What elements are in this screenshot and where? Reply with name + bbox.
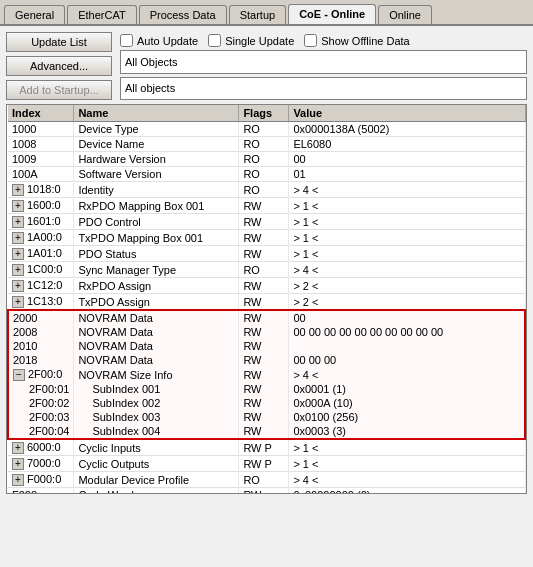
cell-index: 2018 [8,353,74,367]
tab-online[interactable]: Online [378,5,432,24]
cell-index: 2010 [8,339,74,353]
cell-index: +1C00:0 [8,262,74,278]
cell-name: RxPDO Assign [74,278,239,294]
add-to-startup-button[interactable]: Add to Startup... [6,80,112,100]
table-row[interactable]: 2F00:04SubIndex 004RW0x0003 (3) [8,424,525,439]
cell-index: +1A01:0 [8,246,74,262]
expand-icon[interactable]: + [12,184,24,196]
cell-value: 0x0003 (3) [289,424,525,439]
tab-coe-online[interactable]: CoE - Online [288,4,376,24]
auto-update-group: Auto Update [120,34,198,47]
cell-index: +1018:0 [8,182,74,198]
cell-name: Modular Device Profile [74,472,239,488]
table-row[interactable]: +1A01:0PDO StatusRW> 1 < [8,246,525,262]
table-row[interactable]: +1C00:0Sync Manager TypeRO> 4 < [8,262,525,278]
table-row[interactable]: 1000Device TypeRO0x0000138A (5002) [8,122,525,137]
cell-name: SubIndex 002 [74,396,239,410]
expand-icon[interactable]: + [12,264,24,276]
cell-index: 2008 [8,325,74,339]
table-row[interactable]: 2F00:03SubIndex 003RW0x0100 (256) [8,410,525,424]
cell-flags: RO [239,152,289,167]
expand-icon[interactable]: + [12,474,24,486]
cell-value: > 1 < [289,246,525,262]
cell-value: 0x0001 (1) [289,382,525,396]
tab-process-data[interactable]: Process Data [139,5,227,24]
expand-icon[interactable]: + [12,232,24,244]
cell-value: 00 00 00 [289,353,525,367]
cell-index: +1A00:0 [8,230,74,246]
table-row[interactable]: +F000:0Modular Device ProfileRO> 4 < [8,472,525,488]
table-row[interactable]: +1C12:0RxPDO AssignRW> 2 < [8,278,525,294]
cell-flags: RW [239,198,289,214]
table-row[interactable]: 2010NOVRAM DataRW [8,339,525,353]
cell-index: 1000 [8,122,74,137]
cell-value: > 1 < [289,456,525,472]
cell-name: Cyclic Outputs [74,456,239,472]
show-offline-checkbox[interactable] [304,34,317,47]
table-row[interactable]: 2F00:01SubIndex 001RW0x0001 (1) [8,382,525,396]
table-row[interactable]: 2018NOVRAM DataRW00 00 00 [8,353,525,367]
table-row[interactable]: 2008NOVRAM DataRW00 00 00 00 00 00 00 00… [8,325,525,339]
cell-name: NOVRAM Data [74,339,239,353]
cell-flags: RW [239,214,289,230]
table-row[interactable]: 1008Device NameROEL6080 [8,137,525,152]
index-text: 2F00:0 [28,368,62,380]
table-row[interactable]: 2000NOVRAM DataRW00 [8,310,525,325]
cell-index: 2F00:03 [8,410,74,424]
auto-update-checkbox[interactable] [120,34,133,47]
cell-name: Identity [74,182,239,198]
cell-name: PDO Status [74,246,239,262]
cell-flags: RW [239,367,289,382]
cell-name: NOVRAM Data [74,310,239,325]
table-row[interactable]: 2F00:02SubIndex 002RW0x000A (10) [8,396,525,410]
expand-icon[interactable]: + [12,248,24,260]
table-row[interactable]: 100ASoftware VersionRO01 [8,167,525,182]
cell-value: > 1 < [289,198,525,214]
table-row[interactable]: F008Code WordRW0x00000000 (0) [8,488,525,495]
expand-icon[interactable]: + [12,442,24,454]
table-row[interactable]: +1600:0RxPDO Mapping Box 001RW> 1 < [8,198,525,214]
table-row[interactable]: +1C13:0TxPDO AssignRW> 2 < [8,294,525,311]
filter1-dropdown[interactable] [120,50,527,74]
cell-value: > 4 < [289,472,525,488]
tab-general[interactable]: General [4,5,65,24]
cell-index: +7000:0 [8,456,74,472]
cell-flags: RO [239,137,289,152]
update-list-button[interactable]: Update List [6,32,112,52]
table-row[interactable]: +1018:0IdentityRO> 4 < [8,182,525,198]
cell-flags: RW [239,396,289,410]
tab-ethercat[interactable]: EtherCAT [67,5,136,24]
filter2-dropdown[interactable] [120,77,527,101]
table-row[interactable]: +6000:0Cyclic InputsRW P> 1 < [8,439,525,456]
table-row[interactable]: +1A00:0TxPDO Mapping Box 001RW> 1 < [8,230,525,246]
expand-icon[interactable]: + [12,280,24,292]
table-row[interactable]: +1601:0PDO ControlRW> 1 < [8,214,525,230]
single-update-checkbox[interactable] [208,34,221,47]
index-text: 1600:0 [27,199,61,211]
expand-icon[interactable]: + [12,216,24,228]
expand-icon[interactable]: + [12,200,24,212]
table-row[interactable]: 1009Hardware VersionRO00 [8,152,525,167]
table-row[interactable]: −2F00:0NOVRAM Size InfoRW> 4 < [8,367,525,382]
left-buttons: Update List Advanced... Add to Startup..… [6,32,112,100]
tab-startup[interactable]: Startup [229,5,286,24]
cell-flags: RO [239,167,289,182]
cell-flags: RW [239,488,289,495]
cell-flags: RO [239,472,289,488]
expand-icon[interactable]: + [12,458,24,470]
cell-flags: RW P [239,456,289,472]
cell-flags: RO [239,262,289,278]
cell-flags: RW [239,294,289,311]
collapse-icon[interactable]: − [13,369,25,381]
cell-flags: RW [239,339,289,353]
expand-icon[interactable]: + [12,296,24,308]
index-text: 7000:0 [27,457,61,469]
index-text: 1018:0 [27,183,61,195]
cell-name: Code Word [74,488,239,495]
table-row[interactable]: +7000:0Cyclic OutputsRW P> 1 < [8,456,525,472]
advanced-button[interactable]: Advanced... [6,56,112,76]
index-text: 1601:0 [27,215,61,227]
cell-name: TxPDO Mapping Box 001 [74,230,239,246]
cell-name: Hardware Version [74,152,239,167]
cell-name: Cyclic Inputs [74,439,239,456]
